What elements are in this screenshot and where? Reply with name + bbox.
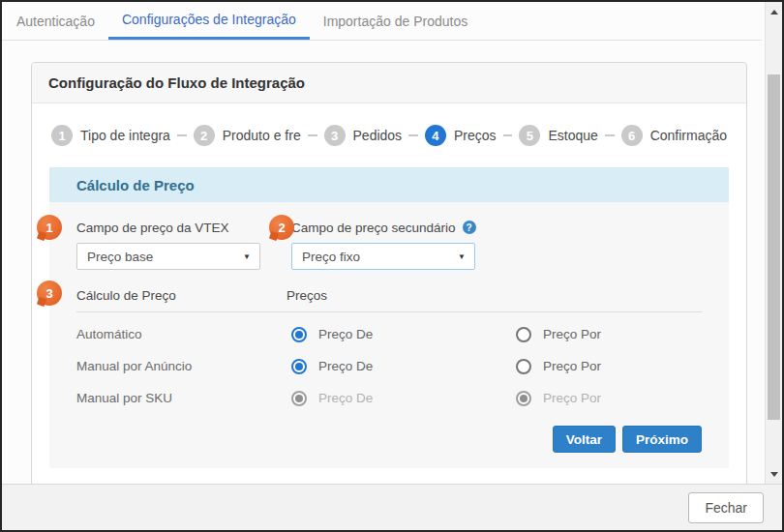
- step-label: Preços: [454, 128, 497, 143]
- section-header: Cálculo de Preço: [49, 167, 729, 202]
- radio-preco-por[interactable]: [516, 359, 531, 374]
- table-col1-header: Cálculo de Preço: [76, 288, 286, 303]
- step-number-badge: 5: [519, 125, 540, 146]
- chevron-down-icon: ▼: [243, 252, 251, 261]
- radio-option-preco-por: Preço Por: [511, 359, 702, 374]
- step-connector: [503, 134, 513, 136]
- wizard-button-row: Voltar Próximo: [49, 426, 729, 453]
- table-row-manual-sku: Manual por SKU Preço De Preço Por: [76, 388, 702, 408]
- step-number-badge: 1: [51, 125, 73, 146]
- step-label: Produto e fre: [223, 128, 301, 143]
- vertical-scrollbar[interactable]: [765, 2, 782, 484]
- radio-label: Preço De: [318, 327, 373, 341]
- radio-label: Preço Por: [543, 391, 601, 405]
- vtex-price-field-label: Campo de preço da VTEX: [76, 218, 291, 237]
- price-fields-row: Campo de preço da VTEX Preço base ▼ Camp…: [76, 218, 702, 270]
- vtex-price-field-group: Campo de preço da VTEX Preço base ▼: [76, 218, 291, 270]
- panel-title: Configuração do Fluxo de Integração: [32, 63, 746, 103]
- secondary-price-field-group: Campo de preço secundário ? Preço fixo ▼: [291, 218, 476, 270]
- chevron-down-icon: ▼: [458, 252, 466, 261]
- tab-configuracoes-integracao[interactable]: Configurações de Integração: [108, 2, 310, 40]
- radio-label: Preço Por: [543, 327, 601, 341]
- step-tipo-integracao[interactable]: 1 Tipo de integra: [51, 125, 170, 146]
- scrollbar-thumb[interactable]: [768, 74, 780, 420]
- table-col2-header: Preços: [286, 288, 511, 303]
- secondary-price-field-label: Campo de preço secundário ?: [291, 218, 476, 237]
- step-label: Confirmação: [650, 128, 727, 143]
- radio-preco-por[interactable]: [516, 327, 531, 342]
- secondary-price-dropdown-value: Preço fixo: [302, 250, 360, 264]
- step-produto-frete[interactable]: 2 Produto e fre: [194, 125, 301, 146]
- table-row-manual-anuncio: Manual por Anúncio Preço De Preço Por: [76, 356, 702, 376]
- radio-option-preco-de: Preço De: [286, 391, 511, 406]
- tab-autenticacao[interactable]: Autenticação: [3, 2, 108, 40]
- secondary-price-dropdown[interactable]: Preço fixo ▼: [291, 243, 475, 270]
- step-number-badge: 2: [194, 125, 215, 146]
- radio-preco-de[interactable]: [291, 327, 307, 342]
- integration-settings-modal: Autenticação Configurações de Integração…: [0, 0, 784, 532]
- radio-label: Preço De: [318, 391, 373, 405]
- scroll-down-arrow-icon[interactable]: [766, 466, 782, 482]
- vtex-price-dropdown[interactable]: Preço base ▼: [76, 243, 260, 270]
- annotation-marker-3: 3: [37, 281, 62, 306]
- row-label: Manual por SKU: [76, 391, 286, 405]
- step-precos-active[interactable]: 4 Preços: [425, 125, 497, 146]
- modal-footer: Fechar: [2, 484, 782, 530]
- vtex-price-dropdown-value: Preço base: [87, 250, 153, 264]
- radio-preco-de[interactable]: [291, 359, 307, 374]
- step-connector: [308, 134, 317, 136]
- step-label: Estoque: [548, 128, 597, 143]
- row-label: Automático: [76, 327, 286, 341]
- tab-importacao-produtos[interactable]: Importação de Produtos: [310, 2, 481, 40]
- integration-flow-panel: Configuração do Fluxo de Integração 1 Ti…: [31, 62, 747, 487]
- step-number-badge: 4: [425, 125, 446, 146]
- step-number-badge: 3: [324, 125, 346, 146]
- step-connector: [408, 134, 418, 136]
- radio-label: Preço De: [318, 359, 373, 373]
- close-button[interactable]: Fechar: [688, 492, 764, 523]
- panel-body: 1 Tipo de integra 2 Produto e fre 3 Pedi…: [32, 103, 746, 486]
- help-icon[interactable]: ?: [463, 221, 476, 234]
- table-divider: [76, 311, 702, 312]
- radio-option-preco-por: Preço Por: [511, 327, 702, 342]
- step-label: Tipo de integra: [80, 128, 170, 143]
- step-connector: [177, 134, 187, 136]
- step-number-badge: 6: [621, 125, 643, 146]
- annotation-marker-2: 2: [269, 215, 294, 240]
- step-label: Pedidos: [353, 128, 403, 143]
- step-pedidos[interactable]: 3 Pedidos: [324, 125, 403, 146]
- tab-bar: Autenticação Configurações de Integração…: [2, 2, 762, 41]
- radio-option-preco-de: Preço De: [286, 327, 511, 342]
- wizard-stepper: 1 Tipo de integra 2 Produto e fre 3 Pedi…: [51, 125, 727, 146]
- table-row-automatico: Automático Preço De Preço Por: [76, 324, 702, 344]
- radio-option-preco-por: Preço Por: [511, 391, 702, 406]
- table-header-row: Cálculo de Preço Preços: [76, 285, 702, 305]
- section-content: Campo de preço da VTEX Preço base ▼ Camp…: [49, 218, 729, 408]
- step-connector: [605, 134, 615, 136]
- back-button[interactable]: Voltar: [553, 426, 616, 453]
- annotation-marker-1: 1: [37, 215, 62, 240]
- row-label: Manual por Anúncio: [76, 359, 286, 373]
- next-button[interactable]: Próximo: [622, 426, 702, 453]
- radio-label: Preço Por: [543, 359, 601, 373]
- step-confirmacao[interactable]: 6 Confirmação: [621, 125, 727, 146]
- price-calculation-section: 1 2 3 Cálculo de Preço Campo de preço da…: [49, 167, 729, 468]
- radio-preco-de-disabled: [291, 391, 307, 406]
- step-estoque[interactable]: 5 Estoque: [519, 125, 597, 146]
- secondary-price-field-label-text: Campo de preço secundário: [291, 221, 456, 235]
- scroll-up-arrow-icon[interactable]: [766, 4, 782, 19]
- price-calculation-table: Cálculo de Preço Preços Automático Preço…: [76, 285, 702, 408]
- radio-preco-por-disabled: [516, 391, 531, 406]
- radio-option-preco-de: Preço De: [286, 359, 511, 374]
